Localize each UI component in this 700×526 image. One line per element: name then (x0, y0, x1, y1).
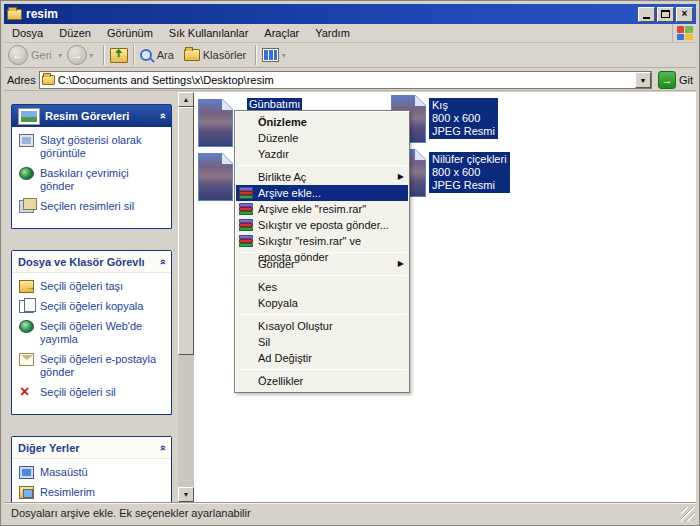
address-path[interactable]: C:\Documents and Settings\x\Desktop\resi… (58, 74, 635, 86)
toolbar-separator (133, 45, 135, 65)
scroll-up-icon[interactable]: ▲ (178, 92, 194, 107)
my-pictures-icon (19, 486, 34, 499)
toolbar: ← Geri ▼ → ▼ Ara Klasörler ▼ (4, 43, 696, 68)
menu-item-sikistir-eposta[interactable]: Sıkıştır ve eposta gönder... (236, 217, 408, 233)
windows-logo-icon (672, 24, 696, 43)
copy-icon (19, 300, 34, 313)
panel-other-places: Diğer Yerler » Masaüstü Resimlerim Bilgi… (11, 436, 172, 502)
menu-gorunum[interactable]: Görünüm (99, 24, 161, 42)
title-bar[interactable]: resim × (4, 4, 696, 24)
back-dropdown-icon[interactable]: ▼ (57, 52, 64, 59)
file-name[interactable]: Kış (432, 99, 495, 112)
address-label: Adres (7, 74, 36, 86)
submenu-arrow-icon: ▶ (398, 256, 404, 272)
go-label[interactable]: Git (679, 74, 693, 86)
task-move-items[interactable]: Seçili öğeleri taşı (19, 280, 168, 293)
order-prints-icon (19, 167, 34, 180)
task-copy-items[interactable]: Seçili öğeleri kopyala (19, 300, 168, 313)
menu-item-kisayol-olustur[interactable]: Kısayol Oluştur (236, 318, 408, 334)
folders-icon[interactable] (184, 49, 200, 61)
address-dropdown-icon[interactable]: ▼ (635, 72, 651, 88)
menu-item-kopyala[interactable]: Kopyala (236, 295, 408, 311)
search-icon[interactable] (140, 49, 152, 61)
menu-item-sikistir-resim-rar-eposta[interactable]: Sıkıştır "resim.rar" ve eposta gönder (236, 233, 408, 249)
address-input[interactable]: C:\Documents and Settings\x\Desktop\resi… (39, 71, 652, 89)
resize-grip[interactable] (681, 507, 695, 521)
email-icon (19, 353, 34, 366)
file-info-kis[interactable]: Kış 800 x 600 JPEG Resmi (429, 98, 498, 139)
panel-file-folder-tasks-header[interactable]: Dosya ve Klasör Görevlı » (12, 251, 171, 273)
context-menu-separator (238, 275, 406, 276)
place-my-pictures[interactable]: Resimlerim (19, 486, 168, 499)
maximize-button[interactable] (657, 7, 674, 22)
up-folder-icon[interactable] (110, 48, 128, 63)
task-delete-pictures[interactable]: Seçilen resimleri sil (19, 200, 168, 213)
views-icon[interactable] (262, 48, 279, 62)
file-type: JPEG Resmi (432, 125, 495, 138)
place-desktop[interactable]: Masaüstü (19, 466, 168, 479)
menu-item-kes[interactable]: Kes (236, 279, 408, 295)
task-email-items[interactable]: Seçili öğeleri e-postayla gönder (19, 353, 168, 379)
menu-item-duzenle[interactable]: Düzenle (236, 130, 408, 146)
address-bar: Adres C:\Documents and Settings\x\Deskto… (4, 69, 696, 91)
desktop-icon (19, 466, 34, 479)
delete-icon (19, 386, 34, 399)
menu-item-gonder[interactable]: Gönder ▶ (236, 256, 408, 272)
panel-other-places-header[interactable]: Diğer Yerler » (12, 437, 171, 459)
menu-item-ad-degistir[interactable]: Ad Değiştir (236, 350, 408, 366)
publish-web-icon (19, 320, 34, 333)
winrar-icon (239, 219, 253, 231)
collapse-chevron-icon[interactable]: » (156, 258, 168, 264)
scrollbar-thumb[interactable] (178, 107, 194, 355)
close-button[interactable]: × (676, 7, 693, 22)
sidebar-scrollbar[interactable]: ▲ ▼ (178, 92, 194, 502)
menu-sik-kullanilanlar[interactable]: Sık Kullanılanlar (161, 24, 257, 42)
menu-item-yazdir[interactable]: Yazdır (236, 146, 408, 162)
file-name[interactable]: Nilüfer çiçekleri (432, 153, 507, 166)
scroll-down-icon[interactable]: ▼ (178, 487, 194, 502)
views-dropdown-icon[interactable]: ▼ (280, 52, 287, 59)
file-thumbnail-gunbatimi[interactable] (198, 99, 233, 147)
forward-icon[interactable]: → (67, 45, 87, 65)
file-thumbnail[interactable] (198, 153, 233, 201)
file-info-nilufer[interactable]: Nilüfer çiçekleri 800 x 600 JPEG Resmi (429, 152, 510, 193)
slideshow-icon (19, 134, 34, 147)
back-icon[interactable]: ← (8, 45, 28, 65)
menu-dosya[interactable]: Dosya (4, 24, 51, 42)
move-icon (19, 280, 34, 293)
context-menu-separator (238, 369, 406, 370)
file-list[interactable]: Günbatımı Kış 800 x 600 JPEG Resmi Nilüf… (194, 92, 696, 502)
forward-dropdown-icon[interactable]: ▼ (88, 52, 95, 59)
collapse-chevron-icon[interactable]: » (156, 113, 168, 119)
folders-label[interactable]: Klasörler (203, 49, 246, 61)
toolbar-separator (103, 45, 105, 65)
menu-item-sil[interactable]: Sil (236, 334, 408, 350)
file-dimensions: 800 x 600 (432, 166, 507, 179)
back-label[interactable]: Geri (31, 49, 52, 61)
status-text: Dosyaları arşive ekle. Ek seçenekler aya… (11, 507, 251, 519)
menu-araclar[interactable]: Araçlar (256, 24, 307, 42)
task-slideshow[interactable]: Slayt gösterisi olarak görüntüle (19, 134, 168, 160)
menu-yardim[interactable]: Yardım (307, 24, 358, 42)
task-order-prints[interactable]: Baskıları çevrimiçi gönder (19, 167, 168, 193)
search-label[interactable]: Ara (157, 49, 174, 61)
menu-item-arsive-ekle-resim-rar[interactable]: Arşive ekle "resim.rar" (236, 201, 408, 217)
menu-item-ozellikler[interactable]: Özellikler (236, 373, 408, 389)
panel-picture-tasks-header[interactable]: Resim Görevleri » (12, 105, 171, 127)
menu-item-arsive-ekle[interactable]: Arşive ekle... (236, 185, 408, 201)
file-type: JPEG Resmi (432, 179, 507, 192)
go-button[interactable]: → (658, 71, 676, 89)
window-title: resim (26, 7, 636, 21)
winrar-icon (239, 235, 253, 247)
folder-icon (7, 9, 22, 20)
task-pane: Resim Görevleri » Slayt gösterisi olarak… (4, 92, 178, 502)
menu-duzen[interactable]: Düzen (51, 24, 99, 42)
menu-item-onizleme[interactable]: Önizleme (236, 114, 408, 130)
task-delete-items[interactable]: Seçili öğeleri sil (19, 386, 168, 399)
menu-item-birlikte-ac[interactable]: Birlikte Aç ▶ (236, 169, 408, 185)
submenu-arrow-icon: ▶ (398, 169, 404, 185)
minimize-button[interactable] (638, 7, 655, 22)
collapse-chevron-icon[interactable]: » (156, 444, 168, 450)
task-publish-web[interactable]: Seçili öğeleri Web'de yayımla (19, 320, 168, 346)
picture-tasks-icon (18, 108, 40, 125)
